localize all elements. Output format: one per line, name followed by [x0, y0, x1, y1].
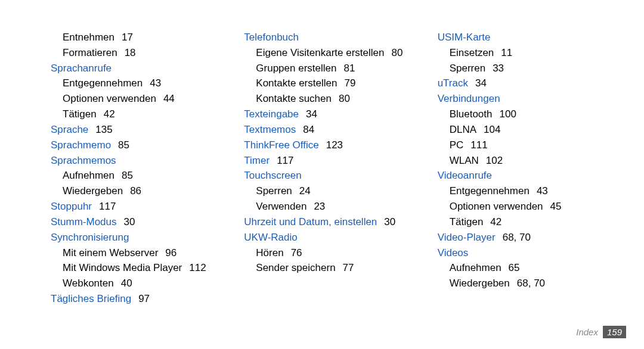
index-page-ref[interactable]: 34: [468, 77, 487, 89]
index-subentry-label: DLNA: [450, 124, 476, 135]
index-page-ref[interactable]: 80: [384, 47, 402, 58]
index-heading: Texteingabe34: [244, 107, 420, 122]
index-heading-label: Touchscreen: [244, 170, 301, 181]
index-subentry: Mit Windows Media Player112: [51, 260, 227, 276]
index-page-ref[interactable]: 117: [270, 155, 293, 166]
index-page-ref[interactable]: 24: [292, 185, 311, 197]
index-heading-label[interactable]: ThinkFree Office: [244, 139, 318, 151]
index-page-ref[interactable]: 68, 70: [510, 278, 545, 289]
index-page-ref[interactable]: 33: [485, 63, 504, 74]
index-page-ref[interactable]: 81: [336, 63, 355, 74]
index-page-ref[interactable]: 42: [483, 216, 501, 228]
index-subentry: Sperren33: [438, 61, 614, 76]
index-page-ref[interactable]: 123: [319, 139, 343, 151]
index-subentry: Verwenden23: [244, 199, 420, 214]
footer-page-number: 159: [603, 326, 626, 338]
index-heading-label[interactable]: Video-Player: [438, 232, 496, 243]
index-subentry-label: Aufnehmen: [63, 170, 114, 181]
index-columns: Entnehmen17Formatieren18SprachanrufeEntg…: [0, 0, 644, 307]
index-heading-label: USIM-Karte: [438, 32, 491, 43]
index-subentry: Eigene Visitenkarte erstellen80: [244, 45, 420, 61]
index-page-ref[interactable]: 80: [332, 93, 350, 104]
index-subentry-label: Tätigen: [450, 216, 484, 228]
index-heading-label: Videos: [438, 247, 469, 258]
index-subentry: Tätigen42: [51, 107, 227, 122]
index-subentry-label: Mit einem Webserver: [63, 247, 158, 258]
index-subentry-label: Entgegennehmen: [450, 185, 530, 197]
index-heading-label[interactable]: Texteingabe: [244, 108, 299, 120]
index-page-ref[interactable]: 96: [158, 247, 177, 258]
index-page-ref[interactable]: 135: [88, 124, 112, 135]
index-page-ref[interactable]: 86: [123, 185, 141, 197]
index-subentry-label: Kontakte erstellen: [256, 77, 337, 89]
index-heading-label: Sprachanrufe: [51, 63, 112, 74]
index-heading-label[interactable]: Sprachmemo: [51, 139, 111, 151]
footer-section-label: Index: [576, 327, 598, 337]
index-subentry-label: Gruppen erstellen: [256, 63, 336, 74]
index-heading: Synchronisierung: [51, 230, 227, 245]
index-subentry-label: Eigene Visitenkarte erstellen: [256, 47, 384, 58]
index-page-ref[interactable]: 30: [377, 216, 395, 228]
index-heading-label[interactable]: Tägliches Briefing: [51, 293, 131, 304]
index-page-ref[interactable]: 30: [117, 216, 135, 228]
index-page-ref[interactable]: 68, 70: [496, 232, 531, 243]
index-page-ref[interactable]: 112: [182, 262, 206, 273]
index-subentry-label: Entnehmen: [63, 32, 114, 43]
index-heading-label: Videoanrufe: [438, 170, 492, 181]
index-page-ref[interactable]: 100: [493, 108, 516, 120]
index-heading: ThinkFree Office123: [244, 138, 420, 153]
index-subentry-label: Wiedergeben: [450, 278, 510, 289]
index-page-ref[interactable]: 79: [337, 77, 355, 89]
index-page-ref[interactable]: 117: [92, 201, 116, 212]
index-heading-label: Verbindungen: [438, 93, 500, 104]
index-subentry: Webkonten40: [51, 276, 227, 291]
index-heading-label[interactable]: Uhrzeit und Datum, einstellen: [244, 216, 377, 228]
index-heading: Sprachmemo85: [51, 138, 227, 153]
index-page-ref[interactable]: 43: [530, 185, 548, 197]
index-page-ref[interactable]: 84: [296, 124, 314, 135]
index-heading: Textmemos84: [244, 122, 420, 138]
index-heading: Telefonbuch: [244, 30, 420, 45]
index-heading-label[interactable]: Sprache: [51, 124, 88, 135]
index-subentry-label: Webkonten: [63, 278, 114, 289]
index-page-ref[interactable]: 45: [543, 201, 562, 212]
index-subentry-label: Einsetzen: [450, 47, 494, 58]
index-subentry: Aufnehmen85: [51, 168, 227, 183]
index-heading: Stoppuhr117: [51, 199, 227, 214]
index-heading-label[interactable]: Stoppuhr: [51, 201, 92, 212]
index-page-ref[interactable]: 77: [336, 262, 354, 273]
index-heading-label[interactable]: Stumm-Modus: [51, 216, 117, 228]
index-subentry-label: Bluetooth: [450, 108, 493, 120]
index-heading: Sprachanrufe: [51, 61, 227, 76]
index-heading-label[interactable]: uTrack: [438, 77, 468, 89]
index-subentry: Gruppen erstellen81: [244, 61, 420, 76]
index-page-ref[interactable]: 17: [114, 32, 133, 43]
index-page-ref[interactable]: 23: [306, 201, 325, 212]
index-page-ref[interactable]: 97: [131, 293, 150, 304]
index-subentry: Bluetooth100: [438, 107, 614, 122]
index-heading: Sprachmemos: [51, 153, 227, 169]
index-page-ref[interactable]: 85: [111, 139, 129, 151]
index-page-ref[interactable]: 76: [284, 247, 302, 258]
index-heading-label[interactable]: Timer: [244, 155, 270, 166]
index-page-ref[interactable]: 65: [501, 262, 520, 273]
index-heading: Timer117: [244, 153, 420, 169]
index-heading: Video-Player68, 70: [438, 230, 614, 245]
index-subentry-label: Entgegennehmen: [63, 77, 143, 89]
index-subentry: Sender speichern77: [244, 260, 420, 276]
index-subentry-label: Wiedergeben: [63, 185, 123, 197]
index-page-ref[interactable]: 40: [114, 278, 132, 289]
index-page-ref[interactable]: 111: [463, 139, 487, 151]
index-subentry-label: Sperren: [450, 63, 485, 74]
index-page-ref[interactable]: 34: [299, 108, 317, 120]
index-page-ref[interactable]: 42: [97, 108, 115, 120]
index-heading-label[interactable]: Textmemos: [244, 124, 296, 135]
index-subentry-label: Sperren: [256, 185, 292, 197]
index-page-ref[interactable]: 44: [156, 93, 175, 104]
index-page-ref[interactable]: 11: [494, 47, 512, 58]
index-page-ref[interactable]: 43: [143, 77, 161, 89]
index-page-ref[interactable]: 102: [479, 155, 503, 166]
index-page-ref[interactable]: 85: [114, 170, 133, 181]
index-page-ref[interactable]: 104: [476, 124, 500, 135]
index-page-ref[interactable]: 18: [117, 47, 136, 58]
